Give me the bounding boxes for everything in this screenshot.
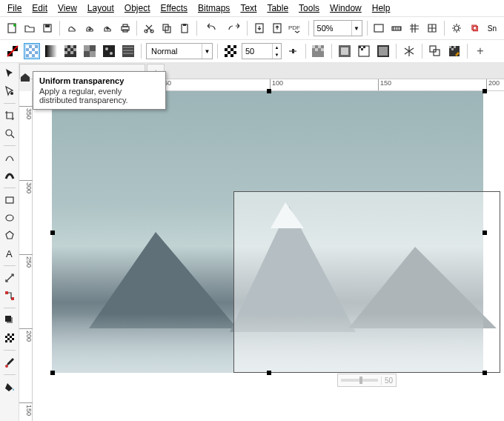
canvas[interactable]: 50	[33, 91, 504, 421]
transparency-value-spinner[interactable]: ▲▼	[242, 43, 282, 59]
ellipse-tool[interactable]	[2, 210, 17, 225]
selection-handle[interactable]	[483, 371, 487, 375]
export-button[interactable]	[270, 20, 285, 36]
show-rulers-button[interactable]	[389, 20, 404, 36]
cut-button[interactable]	[142, 20, 156, 36]
zoom-level-combo[interactable]: ▼	[314, 20, 362, 36]
transparency-rectangle-object[interactable]: 50	[233, 191, 500, 373]
menu-bitmaps[interactable]: Bitmaps	[193, 1, 234, 15]
selection-handle[interactable]	[50, 371, 55, 375]
spin-down-icon[interactable]: ▼	[273, 51, 281, 59]
fountain-transparency-button[interactable]	[43, 43, 59, 59]
artistic-media-tool[interactable]	[2, 168, 17, 183]
svg-rect-38	[64, 51, 67, 54]
eyedropper-tool[interactable]	[2, 355, 17, 370]
menu-layout[interactable]: Layout	[83, 1, 119, 15]
svg-rect-3	[45, 24, 50, 27]
transparency-target-button[interactable]	[311, 43, 327, 59]
apply-outline-button[interactable]	[356, 43, 372, 59]
new-document-button[interactable]	[4, 20, 19, 36]
import-button[interactable]	[252, 20, 267, 36]
redo-button[interactable]	[223, 20, 242, 36]
add-preset-button[interactable]: +	[472, 43, 488, 59]
selection-handle[interactable]	[483, 89, 487, 93]
pattern-transparency-button[interactable]	[62, 43, 79, 59]
drop-shadow-tool[interactable]	[2, 313, 17, 328]
bitmap-image[interactable]: 50	[52, 91, 483, 373]
vertical-ruler[interactable]: 350 300 250 200 150	[19, 91, 33, 421]
zoom-dropdown-icon[interactable]: ▼	[351, 21, 362, 36]
tooltip: Uniform transparency Apply a regular, ev…	[33, 71, 166, 110]
menu-file[interactable]: File	[3, 1, 26, 15]
selection-handle[interactable]	[267, 89, 271, 93]
zoom-tool[interactable]	[2, 126, 17, 141]
polygon-tool[interactable]	[2, 228, 17, 243]
transparency-slider-button[interactable]	[285, 43, 301, 59]
shape-tool[interactable]	[2, 84, 17, 99]
snap-to-button[interactable]: Sn	[485, 20, 500, 36]
two-color-pattern-button[interactable]	[101, 43, 117, 59]
copy-transparency-button[interactable]	[427, 43, 443, 59]
options-button[interactable]	[449, 20, 464, 36]
apply-all-button[interactable]	[375, 43, 391, 59]
bitmap-pattern-transparency-button[interactable]	[82, 43, 98, 59]
freeze-transparency-button[interactable]	[401, 43, 417, 59]
menu-text[interactable]: Text	[236, 1, 261, 15]
cloud-open-button[interactable]	[64, 20, 79, 36]
full-screen-button[interactable]	[371, 20, 386, 36]
transparency-value-input[interactable]	[242, 47, 272, 56]
selection-handle[interactable]	[267, 371, 271, 375]
selection-handle[interactable]	[50, 231, 55, 235]
crop-tool[interactable]	[2, 108, 17, 123]
menu-edit[interactable]: Edit	[27, 1, 52, 15]
show-guidelines-button[interactable]	[425, 20, 440, 36]
menu-table[interactable]: Table	[262, 1, 293, 15]
menu-help[interactable]: Help	[368, 1, 395, 15]
transparency-picker-button[interactable]	[222, 43, 239, 59]
cloud-save-button[interactable]	[82, 20, 97, 36]
spin-up-icon[interactable]: ▲	[273, 44, 281, 51]
open-button[interactable]	[22, 20, 37, 36]
undo-button[interactable]	[202, 20, 220, 36]
menu-object[interactable]: Object	[120, 1, 155, 15]
svg-rect-29	[32, 51, 35, 54]
uniform-transparency-button[interactable]	[24, 43, 40, 59]
separator	[247, 21, 248, 36]
no-transparency-button[interactable]	[4, 43, 21, 59]
pick-tool[interactable]	[2, 66, 17, 81]
edit-transparency-button[interactable]	[446, 43, 462, 59]
svg-rect-61	[321, 48, 324, 51]
merge-mode-dropdown-icon[interactable]: ▼	[202, 44, 212, 59]
svg-rect-89	[12, 336, 14, 338]
publish-pdf-button[interactable]: PDF	[288, 20, 304, 36]
print-button[interactable]	[118, 20, 133, 36]
menu-view[interactable]: View	[53, 1, 82, 15]
separator	[4, 103, 16, 104]
rectangle-tool[interactable]	[2, 193, 17, 208]
parallel-dimension-tool[interactable]	[2, 271, 17, 285]
freehand-tool[interactable]	[2, 150, 17, 165]
transparency-tool[interactable]	[2, 331, 17, 345]
selection-handle[interactable]	[483, 231, 487, 235]
show-grid-button[interactable]	[407, 20, 422, 36]
fill-tool[interactable]	[2, 379, 17, 394]
transparency-inline-slider[interactable]: 50	[337, 374, 397, 387]
save-button[interactable]	[40, 20, 55, 36]
paste-button[interactable]	[177, 20, 192, 36]
slider-thumb[interactable]	[359, 377, 362, 384]
zoom-level-input[interactable]	[314, 24, 351, 33]
menu-window[interactable]: Window	[325, 1, 366, 15]
cloud-upload-button[interactable]	[100, 20, 115, 36]
apply-fill-button[interactable]	[336, 43, 353, 59]
connector-tool[interactable]	[2, 288, 17, 303]
text-tool[interactable]: A	[2, 246, 17, 261]
texture-transparency-button[interactable]	[120, 43, 136, 59]
launch-button[interactable]: ⧉	[467, 20, 482, 36]
menu-tools[interactable]: Tools	[294, 1, 324, 15]
menu-effects[interactable]: Effects	[156, 1, 192, 15]
copy-button[interactable]	[159, 20, 174, 36]
slider-track[interactable]	[341, 379, 378, 382]
drawing-area[interactable]: + 0 50 100 150 200 350 300 250 200 150	[19, 63, 504, 421]
home-icon[interactable]	[19, 71, 31, 83]
merge-mode-combo[interactable]: Normal ▼	[146, 43, 213, 59]
